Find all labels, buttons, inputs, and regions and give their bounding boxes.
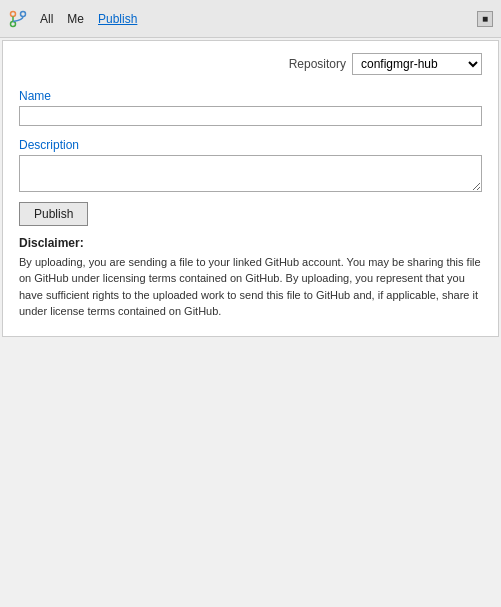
disclaimer-title: Disclaimer: — [19, 236, 482, 250]
repository-select[interactable]: configmgr-hub — [352, 53, 482, 75]
nav-link-publish[interactable]: Publish — [96, 10, 139, 28]
nav-link-all[interactable]: All — [38, 10, 55, 28]
description-textarea[interactable] — [19, 155, 482, 192]
svg-point-0 — [11, 11, 16, 16]
corner-button[interactable]: ■ — [477, 11, 493, 27]
nav-link-me[interactable]: Me — [65, 10, 86, 28]
git-icon — [8, 9, 28, 29]
bottom-area — [2, 339, 499, 606]
svg-point-1 — [21, 11, 26, 16]
top-nav: All Me Publish ■ — [0, 0, 501, 38]
description-label: Description — [19, 138, 482, 152]
app-container: All Me Publish ■ Repository configmgr-hu… — [0, 0, 501, 607]
disclaimer-text: By uploading, you are sending a file to … — [19, 254, 482, 320]
main-panel: Repository configmgr-hub Name Descriptio… — [2, 40, 499, 337]
name-input[interactable] — [19, 106, 482, 126]
name-label: Name — [19, 89, 482, 103]
svg-point-2 — [11, 21, 16, 26]
disclaimer-section: Disclaimer: By uploading, you are sendin… — [19, 236, 482, 320]
repository-row: Repository configmgr-hub — [19, 53, 482, 75]
repository-label: Repository — [289, 57, 346, 71]
publish-button[interactable]: Publish — [19, 202, 88, 226]
